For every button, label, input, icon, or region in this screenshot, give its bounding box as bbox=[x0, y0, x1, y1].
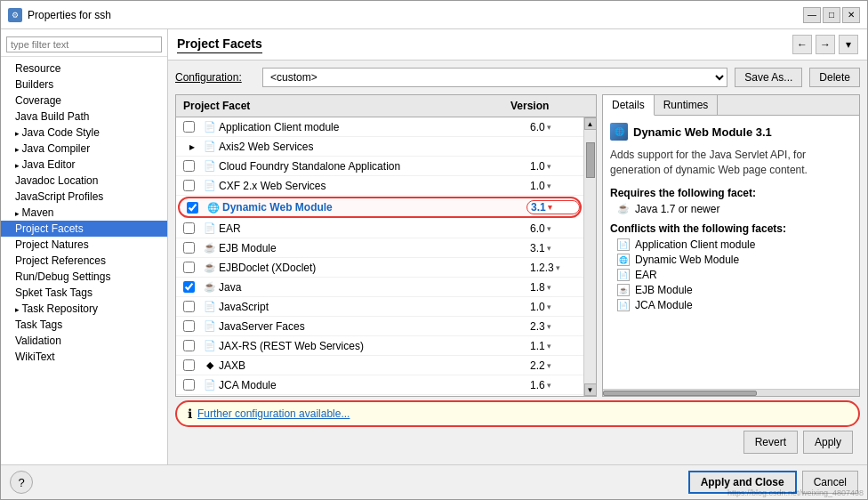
sidebar-item-java-compiler[interactable]: Java Compiler bbox=[1, 141, 167, 157]
sidebar-item-javascript-profiles[interactable]: JavaScript Profiles bbox=[1, 189, 167, 205]
checkbox-ejb[interactable] bbox=[183, 242, 195, 254]
checkbox-jaxb[interactable] bbox=[183, 359, 195, 371]
details-conflicts-label: Conflicts with the following facets: bbox=[610, 222, 852, 235]
facet-icon-ear: 📄 bbox=[201, 222, 219, 234]
facet-version-ejbdoclet[interactable]: 1.2.3 ▾ bbox=[530, 262, 583, 274]
sidebar-item-run-debug-settings[interactable]: Run/Debug Settings bbox=[1, 269, 167, 285]
sidebar-item-validation[interactable]: Validation bbox=[1, 333, 167, 349]
help-button[interactable]: ? bbox=[10, 471, 33, 494]
sidebar-item-java-build-path[interactable]: Java Build Path bbox=[1, 109, 167, 125]
sidebar-item-project-natures[interactable]: Project Natures bbox=[1, 237, 167, 253]
facet-checkbox-ejb[interactable] bbox=[176, 242, 201, 254]
facet-version-dynamic-web[interactable]: 3.1 ▾ bbox=[526, 200, 580, 214]
sidebar-item-coverage[interactable]: Coverage bbox=[1, 93, 167, 109]
checkbox-jsf[interactable] bbox=[183, 320, 195, 332]
facet-checkbox-axis2[interactable]: ▸ bbox=[176, 141, 201, 153]
sidebar-item-task-tags[interactable]: Task Tags bbox=[1, 317, 167, 333]
java-icon: ☕ bbox=[617, 203, 630, 214]
right-panel: Project Facets ← → ▾ Configuration: <cus… bbox=[168, 29, 867, 464]
further-config-bar: ℹ Further configuration available... bbox=[175, 400, 860, 427]
sidebar-item-java-code-style[interactable]: Java Code Style bbox=[1, 125, 167, 141]
sidebar-item-project-facets[interactable]: Project Facets bbox=[1, 221, 167, 237]
checkbox-dynamic-web[interactable] bbox=[187, 202, 198, 214]
facet-icon-jsf: 📄 bbox=[201, 320, 219, 332]
delete-button[interactable]: Delete bbox=[809, 68, 860, 87]
facet-checkbox-jsf[interactable] bbox=[176, 320, 201, 332]
checkbox-cloud[interactable] bbox=[183, 160, 195, 172]
revert-button[interactable]: Revert bbox=[743, 431, 798, 454]
facets-scroll-area[interactable]: 📄 Application Client module 6.0 ▾ bbox=[176, 117, 583, 396]
facet-checkbox-app-client[interactable] bbox=[176, 121, 201, 133]
further-config-link[interactable]: Further configuration available... bbox=[197, 407, 350, 420]
facet-checkbox-jaxrs[interactable] bbox=[176, 340, 201, 351]
details-conflict-item-4: 📄 JCA Module bbox=[610, 299, 852, 311]
facet-checkbox-ejbdoclet[interactable] bbox=[176, 262, 201, 273]
checkbox-ear[interactable] bbox=[183, 222, 195, 234]
facet-checkbox-cloud[interactable] bbox=[176, 160, 201, 172]
sidebar-item-spket-task-tags[interactable]: Spket Task Tags bbox=[1, 285, 167, 301]
facet-version-jaxb[interactable]: 2.2 ▾ bbox=[530, 359, 583, 372]
facet-checkbox-java[interactable] bbox=[176, 281, 201, 293]
search-input[interactable] bbox=[6, 36, 162, 52]
facet-version-jsf[interactable]: 2.3 ▾ bbox=[530, 320, 583, 333]
minimize-button[interactable]: — bbox=[803, 7, 821, 23]
panel-toolbar: ← → ▾ bbox=[792, 35, 858, 54]
back-button[interactable]: ← bbox=[792, 35, 812, 54]
window-controls: — □ ✕ bbox=[803, 7, 860, 23]
sidebar-item-java-editor[interactable]: Java Editor bbox=[1, 157, 167, 173]
sidebar-item-maven[interactable]: Maven bbox=[1, 205, 167, 221]
facet-name-jaxrs: JAX-RS (REST Web Services) bbox=[219, 340, 530, 352]
facet-checkbox-jca[interactable] bbox=[176, 379, 201, 391]
menu-button[interactable]: ▾ bbox=[839, 35, 858, 54]
facet-checkbox-cxf[interactable] bbox=[176, 180, 201, 191]
col-project-facet: Project Facet bbox=[176, 98, 503, 114]
scroll-thumb[interactable] bbox=[586, 142, 595, 178]
facet-name-javascript: JavaScript bbox=[219, 301, 530, 313]
scroll-up-arrow[interactable]: ▲ bbox=[584, 117, 597, 130]
checkbox-cxf[interactable] bbox=[183, 180, 195, 191]
sidebar-item-wikitext[interactable]: WikiText bbox=[1, 349, 167, 365]
details-conflict-item-0: 📄 Application Client module bbox=[610, 238, 852, 251]
tab-details[interactable]: Details bbox=[603, 95, 655, 116]
scroll-down-arrow[interactable]: ▼ bbox=[584, 383, 597, 396]
facet-checkbox-jaxb[interactable] bbox=[176, 359, 201, 371]
checkbox-java[interactable] bbox=[183, 281, 195, 293]
facet-version-app-client[interactable]: 6.0 ▾ bbox=[530, 121, 583, 133]
scrollbar[interactable]: ▲ ▼ bbox=[583, 117, 596, 396]
facet-version-jca[interactable]: 1.6 ▾ bbox=[530, 379, 583, 391]
sidebar-item-project-references[interactable]: Project References bbox=[1, 253, 167, 269]
sidebar-item-builders[interactable]: Builders bbox=[1, 77, 167, 93]
facet-checkbox-ear[interactable] bbox=[176, 222, 201, 234]
save-as-button[interactable]: Save As... bbox=[735, 68, 802, 87]
facet-checkbox-dynamic-web[interactable] bbox=[180, 202, 205, 214]
config-dropdown[interactable]: <custom> bbox=[262, 68, 727, 87]
facet-version-cxf[interactable]: 1.0 ▾ bbox=[530, 180, 583, 192]
apply-button[interactable]: Apply bbox=[803, 431, 853, 454]
maximize-button[interactable]: □ bbox=[823, 7, 840, 23]
sidebar-item-resource[interactable]: Resource bbox=[1, 60, 167, 77]
facet-version-jaxrs[interactable]: 1.1 ▾ bbox=[530, 340, 583, 352]
checkbox-javascript[interactable] bbox=[183, 301, 195, 312]
facet-icon-javascript: 📄 bbox=[201, 301, 219, 312]
facet-checkbox-javascript[interactable] bbox=[176, 301, 201, 312]
facet-version-java[interactable]: 1.8 ▾ bbox=[530, 281, 583, 294]
tab-runtimes[interactable]: Runtimes bbox=[655, 95, 719, 115]
sidebar-item-javadoc-location[interactable]: Javadoc Location bbox=[1, 173, 167, 189]
facet-name-ear: EAR bbox=[219, 222, 530, 235]
details-requires-item: ☕ Java 1.7 or newer bbox=[610, 203, 852, 215]
facet-icon-java: ☕ bbox=[201, 281, 219, 293]
details-title-row: 🌐 Dynamic Web Module 3.1 bbox=[610, 123, 852, 141]
checkbox-jca[interactable] bbox=[183, 379, 195, 391]
forward-button[interactable]: → bbox=[816, 35, 835, 54]
main-content: Resource Builders Coverage Java Build Pa… bbox=[1, 29, 867, 464]
facet-version-ear[interactable]: 6.0 ▾ bbox=[530, 222, 583, 235]
checkbox-jaxrs[interactable] bbox=[183, 340, 195, 351]
facet-version-cloud[interactable]: 1.0 ▾ bbox=[530, 160, 583, 173]
facet-icon-cloud: 📄 bbox=[201, 160, 219, 172]
facet-version-ejb[interactable]: 3.1 ▾ bbox=[530, 242, 583, 254]
checkbox-app-client[interactable] bbox=[183, 121, 195, 133]
facet-version-javascript[interactable]: 1.0 ▾ bbox=[530, 301, 583, 313]
close-button[interactable]: ✕ bbox=[842, 7, 860, 23]
sidebar-item-task-repository[interactable]: Task Repository bbox=[1, 301, 167, 317]
checkbox-ejbdoclet[interactable] bbox=[183, 262, 195, 273]
